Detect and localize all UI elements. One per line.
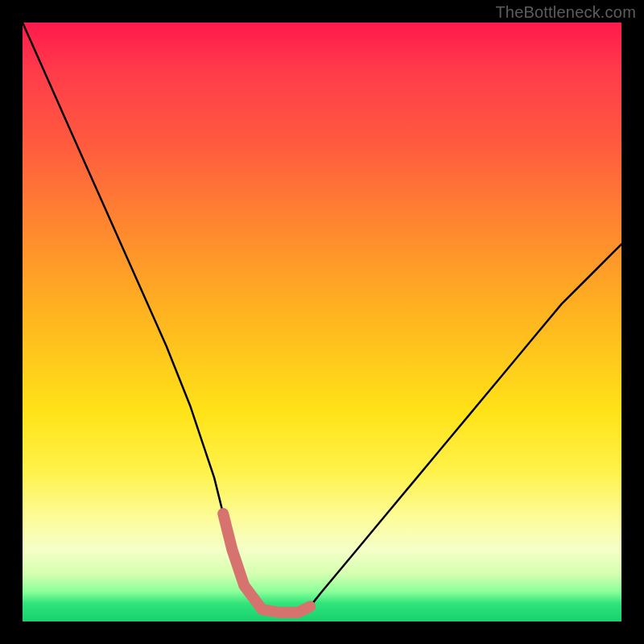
valley-marker <box>305 601 315 611</box>
plot-area <box>23 23 621 621</box>
chart-frame: TheBottleneck.com <box>0 0 644 644</box>
valley-marker <box>293 608 303 617</box>
watermark-text: TheBottleneck.com <box>495 3 636 22</box>
valley-marker <box>227 545 237 555</box>
valley-marker <box>275 608 285 617</box>
valley-marker <box>239 580 249 590</box>
flat-bottom-overlay <box>223 514 310 613</box>
bottleneck-curve <box>23 23 621 613</box>
curve-layer <box>23 23 621 621</box>
valley-marker <box>258 605 267 614</box>
valley-marker <box>218 509 228 518</box>
